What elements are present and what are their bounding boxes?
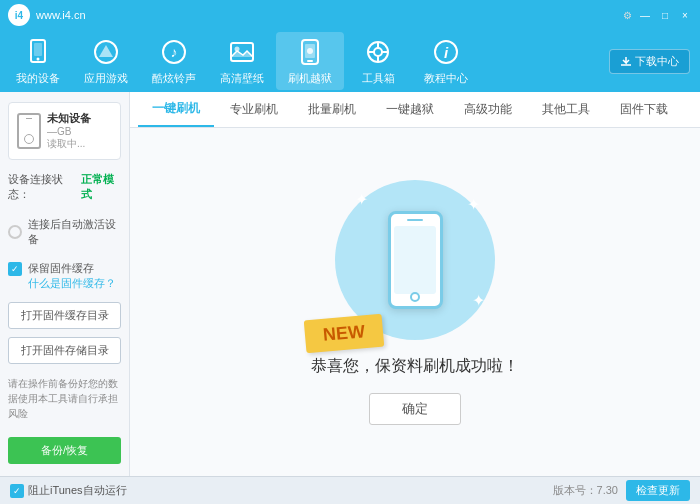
title-bar-left: i4 www.i4.cn — [8, 4, 86, 26]
device-icon — [17, 113, 41, 149]
wallpaper-icon — [226, 36, 258, 68]
device-box: 未知设备 —GB 读取中... — [8, 102, 121, 160]
ringtones-icon: ♪ — [158, 36, 190, 68]
open-storage-dir-button[interactable]: 打开固件存储目录 — [8, 337, 121, 364]
phone-illustration: ✦ ✦ ✦ NEW — [335, 180, 495, 340]
itunes-checkbox-row[interactable]: 阻止iTunes自动运行 — [10, 483, 127, 498]
my-device-icon — [22, 36, 54, 68]
sub-tabs: 一键刷机 专业刷机 批量刷机 一键越狱 高级功能 其他工具 固件下载 — [130, 92, 700, 128]
svg-point-12 — [307, 48, 313, 54]
backup-restore-button[interactable]: 备份/恢复 — [8, 437, 121, 464]
nav-label-tutorials: 教程中心 — [424, 71, 468, 86]
nav-item-tutorials[interactable]: i 教程中心 — [412, 32, 480, 90]
check-update-button[interactable]: 检查更新 — [626, 480, 690, 501]
nav-item-ringtones[interactable]: ♪ 酷炫铃声 — [140, 32, 208, 90]
warning-text: 请在操作前备份好您的数据使用本工具请自行承担风险 — [8, 372, 121, 425]
phone-speaker — [407, 219, 423, 221]
top-nav: 我的设备 应用游戏 ♪ 酷炫铃声 高清壁纸 — [0, 30, 700, 92]
auto-activate-label: 连接后自动激活设备 — [28, 217, 121, 247]
bottom-bar: 阻止iTunes自动运行 版本号：7.30 检查更新 — [0, 476, 700, 504]
auto-activate-radio[interactable] — [8, 225, 22, 239]
nav-label-jailbreak: 刷机越狱 — [288, 71, 332, 86]
jailbreak-icon — [294, 36, 326, 68]
tab-batch-flash[interactable]: 批量刷机 — [294, 92, 370, 127]
flash-result-content: ✦ ✦ ✦ NEW 恭喜您，保资料刷机成功啦！ 确定 — [130, 128, 700, 476]
sparkle-icon-2: ✦ — [467, 195, 480, 214]
maximize-button[interactable]: □ — [658, 8, 672, 22]
connection-status-row: 设备连接状态： 正常模式 — [8, 168, 121, 206]
phone-home-button — [410, 292, 420, 302]
app-logo: i4 — [8, 4, 30, 26]
app-url: www.i4.cn — [36, 9, 86, 21]
nav-item-toolbox[interactable]: 工具箱 — [344, 32, 412, 90]
svg-text:i: i — [444, 44, 449, 61]
confirm-button[interactable]: 确定 — [369, 393, 461, 425]
title-bar: i4 www.i4.cn ⚙ — □ × — [0, 0, 700, 30]
bottom-right: 版本号：7.30 检查更新 — [553, 480, 690, 501]
save-firmware-row[interactable]: 保留固件缓存 什么是固件缓存？ — [8, 258, 121, 294]
tutorials-icon: i — [430, 36, 462, 68]
connection-status-value: 正常模式 — [81, 172, 121, 202]
download-btn-label: 下载中心 — [635, 54, 679, 69]
itunes-checkbox[interactable] — [10, 484, 24, 498]
tab-pro-flash[interactable]: 专业刷机 — [216, 92, 292, 127]
minimize-button[interactable]: — — [638, 8, 652, 22]
sparkle-icon-3: ✦ — [472, 291, 485, 310]
app-games-icon — [90, 36, 122, 68]
device-reading-status: 读取中... — [47, 137, 112, 151]
svg-point-14 — [374, 48, 382, 56]
success-message: 恭喜您，保资料刷机成功啦！ — [311, 356, 519, 377]
nav-item-app-games[interactable]: 应用游戏 — [72, 32, 140, 90]
nav-item-my-device[interactable]: 我的设备 — [4, 32, 72, 90]
sparkle-icon-1: ✦ — [355, 190, 368, 209]
version-label: 版本号：7.30 — [553, 483, 618, 498]
svg-point-2 — [37, 58, 40, 61]
close-button[interactable]: × — [678, 8, 692, 22]
tab-one-click-flash[interactable]: 一键刷机 — [138, 92, 214, 127]
svg-marker-4 — [99, 45, 113, 57]
nav-label-ringtones: 酷炫铃声 — [152, 71, 196, 86]
download-center-button[interactable]: 下载中心 — [609, 49, 690, 74]
save-firmware-label: 保留固件缓存 — [28, 261, 116, 276]
open-firmware-cache-dir-button[interactable]: 打开固件缓存目录 — [8, 302, 121, 329]
firmware-link[interactable]: 什么是固件缓存？ — [28, 276, 116, 291]
nav-item-jailbreak[interactable]: 刷机越狱 — [276, 32, 344, 90]
device-gb: —GB — [47, 126, 112, 137]
tab-one-click-jailbreak[interactable]: 一键越狱 — [372, 92, 448, 127]
auto-activate-row[interactable]: 连接后自动激活设备 — [8, 214, 121, 250]
new-ribbon: NEW — [304, 313, 385, 353]
settings-icon[interactable]: ⚙ — [623, 10, 632, 21]
phone-circle-bg: ✦ ✦ ✦ NEW — [335, 180, 495, 340]
nav-label-app-games: 应用游戏 — [84, 71, 128, 86]
svg-rect-1 — [34, 43, 42, 56]
nav-item-wallpaper[interactable]: 高清壁纸 — [208, 32, 276, 90]
download-icon — [620, 55, 632, 67]
device-info: 未知设备 —GB 读取中... — [47, 111, 112, 151]
device-name: 未知设备 — [47, 111, 112, 126]
tab-advanced[interactable]: 高级功能 — [450, 92, 526, 127]
content-area: 一键刷机 专业刷机 批量刷机 一键越狱 高级功能 其他工具 固件下载 ✦ ✦ ✦ — [130, 92, 700, 476]
tab-other-tools[interactable]: 其他工具 — [528, 92, 604, 127]
tab-firmware-download[interactable]: 固件下载 — [606, 92, 682, 127]
nav-label-wallpaper: 高清壁纸 — [220, 71, 264, 86]
save-firmware-checkbox[interactable] — [8, 262, 22, 276]
title-bar-controls: ⚙ — □ × — [623, 8, 692, 22]
svg-rect-7 — [231, 43, 253, 61]
toolbox-icon — [362, 36, 394, 68]
sidebar: 未知设备 —GB 读取中... 设备连接状态： 正常模式 连接后自动激活设备 保… — [0, 92, 130, 476]
nav-label-my-device: 我的设备 — [16, 71, 60, 86]
main-area: 未知设备 —GB 读取中... 设备连接状态： 正常模式 连接后自动激活设备 保… — [0, 92, 700, 476]
itunes-label: 阻止iTunes自动运行 — [28, 483, 127, 498]
connection-label: 设备连接状态： — [8, 172, 77, 202]
phone-screen — [394, 226, 436, 294]
phone-body — [388, 211, 443, 309]
nav-label-toolbox: 工具箱 — [362, 71, 395, 86]
svg-text:♪: ♪ — [171, 44, 178, 60]
